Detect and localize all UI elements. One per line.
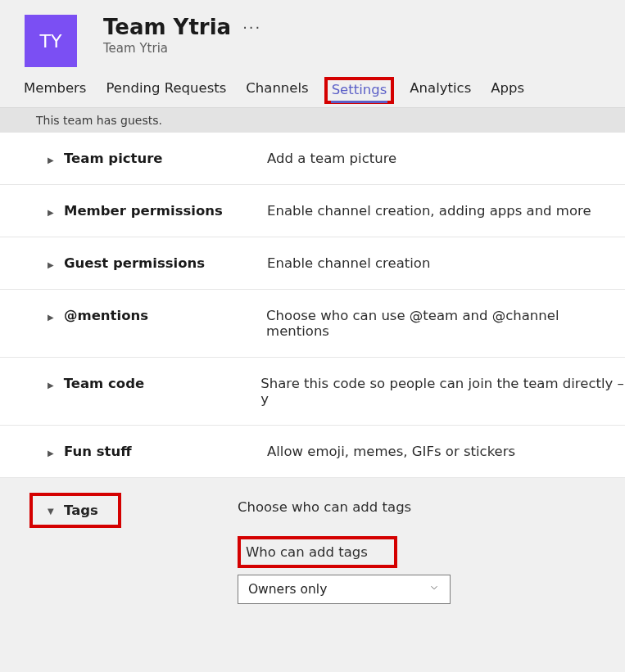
section-member-permissions[interactable]: ▶ Member permissions Enable channel crea… (0, 185, 625, 237)
tab-pending-requests[interactable]: Pending Requests (105, 79, 227, 101)
section-desc: Share this code so people can join the t… (260, 376, 625, 407)
section-desc: Allow emoji, memes, GIFs or stickers (267, 444, 515, 459)
tab-channels[interactable]: Channels (245, 79, 309, 101)
section-title: Member permissions (64, 203, 267, 219)
section-fun-stuff[interactable]: ▶ Fun stuff Allow emoji, memes, GIFs or … (0, 426, 625, 478)
team-title: Team Ytria (103, 15, 231, 39)
section-guest-permissions[interactable]: ▶ Guest permissions Enable channel creat… (0, 237, 625, 290)
section-desc: Choose who can add tags (238, 499, 451, 515)
chevron-right-icon[interactable]: ▶ (48, 449, 56, 458)
section-title: Guest permissions (64, 255, 267, 271)
section-title: Fun stuff (64, 444, 267, 459)
select-value: Owners only (248, 582, 327, 597)
chevron-down-icon (428, 582, 440, 597)
chevron-right-icon[interactable]: ▶ (48, 208, 56, 217)
tabs-bar: Members Pending Requests Channels Settin… (0, 79, 625, 107)
tab-members[interactable]: Members (23, 79, 87, 101)
guests-banner: This team has guests. (0, 107, 625, 133)
section-desc: Choose who can use @team and @channel me… (266, 308, 625, 339)
team-avatar: TY (25, 15, 77, 67)
settings-list: ▶ Team picture Add a team picture ▶ Memb… (0, 133, 625, 604)
section-desc: Add a team picture (267, 151, 396, 166)
chevron-right-icon[interactable]: ▶ (48, 313, 56, 322)
tags-sub-label: Who can add tags (246, 544, 368, 560)
section-title: @mentions (64, 308, 266, 323)
section-desc: Enable channel creation (267, 255, 430, 271)
tab-apps[interactable]: Apps (490, 79, 525, 101)
section-title: Team picture (64, 151, 267, 166)
tab-settings[interactable]: Settings (331, 80, 388, 99)
section-team-code[interactable]: ▶ Team code Share this code so people ca… (0, 358, 625, 426)
team-subtitle: Team Ytria (103, 41, 261, 56)
chevron-right-icon[interactable]: ▶ (48, 260, 56, 269)
chevron-right-icon[interactable]: ▶ (48, 156, 56, 165)
chevron-down-icon[interactable]: ▼ (48, 507, 56, 516)
more-options-button[interactable]: ··· (242, 19, 261, 36)
who-can-add-tags-select[interactable]: Owners only (238, 575, 451, 604)
section-desc: Enable channel creation, adding apps and… (267, 203, 591, 219)
section-mentions[interactable]: ▶ @mentions Choose who can use @team and… (0, 290, 625, 358)
tab-analytics[interactable]: Analytics (409, 79, 472, 101)
highlight-who-can-add-tags: Who can add tags (238, 536, 397, 568)
chevron-right-icon[interactable]: ▶ (48, 381, 56, 390)
section-team-picture[interactable]: ▶ Team picture Add a team picture (0, 133, 625, 185)
highlight-tags-header: ▼ Tags (29, 493, 121, 528)
section-title: Team code (64, 376, 261, 391)
section-tags[interactable]: ▼ Tags Choose who can add tags Who can a… (0, 478, 625, 604)
section-title: Tags (64, 503, 98, 518)
